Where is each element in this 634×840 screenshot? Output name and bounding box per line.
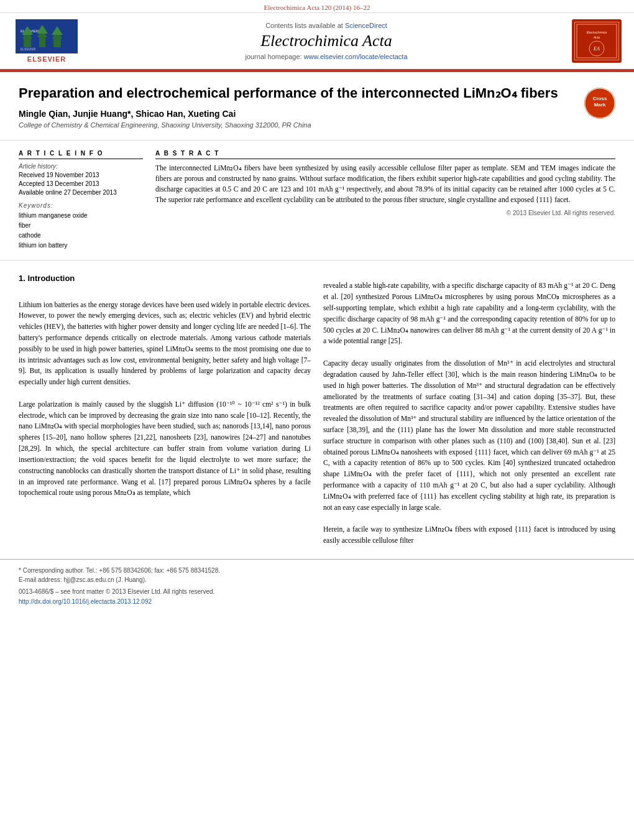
top-bar: Electrochimica Acta 120 (2014) 16–22 [0,0,634,13]
elsevier-text: ELSEVIER [27,55,66,63]
svg-text:EA: EA [593,46,600,52]
abstract-panel: A B S T R A C T The interconnected LiMn₂… [155,150,615,251]
keywords-label: Keywords: [19,202,143,209]
paper-title: Preparation and electrochemical performa… [19,85,572,103]
svg-text:ELSEVIER: ELSEVIER [21,47,36,51]
svg-text:Mark: Mark [594,102,606,108]
paper-title-section: Preparation and electrochemical performa… [19,85,572,134]
crossmark-inner: Cross Mark [584,88,615,119]
svg-text:Acta: Acta [593,35,600,39]
journal-header: ELSEVIER ELSEVIER ELSEVIER Contents list… [0,13,634,70]
keyword-3: cathode [19,231,143,241]
journal-title-display: Electrochimica Acta [93,32,559,50]
col-right: revealed a stable high-rate capability, … [323,270,615,547]
contents-line: Contents lists available at ScienceDirec… [93,22,559,29]
info-dates: Received 19 November 2013 Accepted 13 De… [19,171,143,197]
journal-logo-right: Electrochimica Acta EA [572,19,622,63]
journal-logo-inner: Electrochimica Acta EA [574,22,619,60]
keyword-1: lithium manganese oxide [19,211,143,221]
paper-affiliation: College of Chemistry & Chemical Engineer… [19,121,572,129]
doi-line: http://dx.doi.org/10.1016/j.electacta.20… [19,597,615,606]
article-info-abstract: A R T I C L E I N F O Article history: R… [0,141,634,261]
article-info-title: A R T I C L E I N F O [19,150,143,159]
issn-line: 0013-4686/$ – see front matter © 2013 El… [19,587,615,596]
keyword-4: lithium ion battery [19,241,143,251]
received-date: Received 19 November 2013 [19,171,143,180]
homepage-link[interactable]: www.elsevier.com/locate/electacta [304,53,408,60]
available-date: Available online 27 December 2013 [19,188,143,197]
col-right-text: revealed a stable high-rate capability, … [323,270,615,547]
elsevier-logo-image: ELSEVIER ELSEVIER [16,19,78,53]
corresponding-author-note: * Corresponding author. Tel.: +86 575 88… [19,566,615,575]
journal-center: Contents lists available at ScienceDirec… [81,22,572,60]
col-left: 1. Introduction Lithium ion batteries as… [19,270,311,547]
col-left-text: Lithium ion batteries as the energy stor… [19,288,311,499]
homepage-line: journal homepage: www.elsevier.com/locat… [93,53,559,60]
accepted-date: Accepted 13 December 2013 [19,180,143,188]
keywords-list: lithium manganese oxide fiber cathode li… [19,211,143,251]
two-column-body: 1. Introduction Lithium ion batteries as… [0,261,634,547]
section1-heading: 1. Introduction [19,272,311,285]
history-label: Article history: [19,163,143,170]
col-right-content: revealed a stable high-rate capability, … [323,282,615,544]
keyword-2: fiber [19,221,143,231]
journal-ref: Electrochimica Acta 120 (2014) 16–22 [264,4,370,11]
footnote-area: * Corresponding author. Tel.: +86 575 88… [0,559,634,612]
email-note: E-mail address: hjj@zsc.as.edu.cn (J. Hu… [19,575,615,584]
article-info-panel: A R T I C L E I N F O Article history: R… [19,150,143,251]
elsevier-logo: ELSEVIER ELSEVIER ELSEVIER [12,19,81,63]
svg-text:Electrochimica: Electrochimica [587,30,607,34]
doi-link[interactable]: http://dx.doi.org/10.1016/j.electacta.20… [19,598,152,605]
crossmark-badge: Cross Mark [584,88,615,119]
abstract-title: A B S T R A C T [155,150,615,159]
abstract-text: The interconnected LiMn₂O₄ fibers have b… [155,163,615,206]
sciencedirect-link[interactable]: ScienceDirect [345,22,387,29]
paper-header: Preparation and electrochemical performa… [0,72,634,141]
svg-text:Cross: Cross [593,96,607,101]
col-left-content: Lithium ion batteries as the energy stor… [19,301,311,497]
paper-authors: Mingle Qian, Junjie Huang*, Shicao Han, … [19,109,572,119]
copyright-line: © 2013 Elsevier Ltd. All rights reserved… [155,210,615,216]
